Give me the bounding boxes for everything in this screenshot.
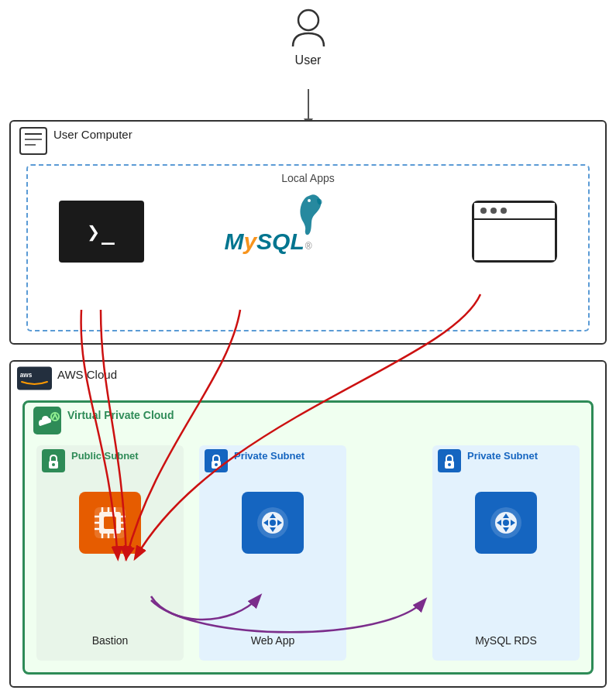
private1-subnet-lock-icon xyxy=(204,448,229,473)
aws-cloud-box: aws AWS Cloud Virtual Private Cloud Publ… xyxy=(9,360,607,688)
user-label: User xyxy=(295,53,322,67)
terminal-icon: ❯_ xyxy=(59,201,144,263)
rds-icon xyxy=(475,492,537,554)
rds-service-icon xyxy=(483,500,529,546)
svg-point-0 xyxy=(298,10,318,30)
svg-rect-1 xyxy=(20,128,46,154)
mysql-area: M y SQL ® xyxy=(206,195,330,269)
subnet-private-1: Private Subnet Web App xyxy=(199,445,346,661)
svg-text:aws: aws xyxy=(20,372,33,379)
ec2-icon xyxy=(87,500,133,546)
webapp-label: Web App xyxy=(251,634,295,647)
terminal-prompt: ❯_ xyxy=(87,219,116,245)
bastion-label: Bastion xyxy=(92,634,129,647)
public-subnet-lock-icon xyxy=(41,448,66,473)
browser-dot-1 xyxy=(480,208,487,214)
user-icon xyxy=(289,8,328,50)
vpc-cloud-icon xyxy=(33,406,62,435)
user-section: User xyxy=(289,8,328,67)
aws-cloud-label: AWS Cloud xyxy=(57,368,117,381)
private1-subnet-label: Private Subnet xyxy=(234,450,346,462)
svg-point-36 xyxy=(448,463,451,466)
svg-point-30 xyxy=(215,463,218,466)
local-apps-box: Local Apps ❯_ M y SQL ® xyxy=(26,164,590,331)
rds-label: MySQL RDS xyxy=(475,634,537,647)
webapp-icon xyxy=(242,492,304,554)
aws-logo-icon: aws xyxy=(17,365,52,392)
svg-point-39 xyxy=(503,520,509,526)
svg-point-33 xyxy=(270,520,276,526)
subnet-public: Public Subnet xyxy=(36,445,184,661)
svg-point-5 xyxy=(308,199,311,202)
webapp-service-icon xyxy=(249,500,296,546)
user-computer-box: User Computer Local Apps ❯_ M y SQL ® xyxy=(9,120,607,345)
public-subnet-label: Public Subnet xyxy=(71,450,184,462)
subnet-private-2: Private Subnet MySQL RDS xyxy=(432,445,580,661)
computer-icon xyxy=(19,126,48,156)
svg-rect-27 xyxy=(104,517,116,529)
svg-point-12 xyxy=(52,463,55,466)
browser-titlebar xyxy=(474,203,555,220)
browser-icon xyxy=(472,201,557,263)
user-arrow xyxy=(308,89,309,120)
browser-dot-2 xyxy=(490,208,497,214)
mysql-dolphin-icon xyxy=(287,191,326,238)
vpc-label: Virtual Private Cloud xyxy=(67,409,174,421)
browser-content xyxy=(474,220,555,260)
browser-dot-3 xyxy=(501,208,507,214)
vpc-box: Virtual Private Cloud Public Subnet xyxy=(22,400,594,675)
private2-subnet-label: Private Subnet xyxy=(467,450,580,462)
user-computer-label: User Computer xyxy=(53,128,132,141)
local-apps-label: Local Apps xyxy=(281,172,335,184)
private2-subnet-lock-icon xyxy=(437,448,462,473)
bastion-icon xyxy=(79,492,141,554)
